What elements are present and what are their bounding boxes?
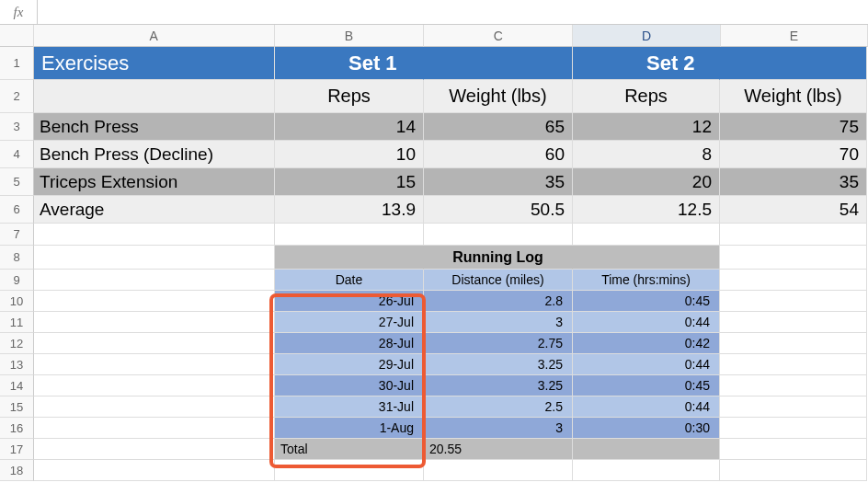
cell-d8[interactable] (573, 246, 720, 270)
cell-b17[interactable]: Total (275, 439, 424, 460)
col-header-d[interactable]: D (573, 25, 720, 47)
row-header-14[interactable]: 14 (0, 375, 34, 396)
cell-c12[interactable]: 2.75 (424, 333, 573, 354)
row-header-2[interactable]: 2 (0, 80, 34, 113)
cell-c3[interactable]: 65 (424, 113, 573, 141)
cell-a10[interactable] (34, 291, 275, 312)
cell-e11[interactable] (720, 312, 867, 333)
select-all-corner[interactable] (0, 25, 34, 47)
cell-a11[interactable] (34, 312, 275, 333)
cell-e15[interactable] (720, 396, 867, 418)
cell-c2[interactable]: Weight (lbs) (424, 80, 573, 113)
cell-a14[interactable] (34, 375, 275, 396)
row-header-18[interactable]: 18 (0, 460, 34, 481)
cell-e8[interactable] (720, 246, 867, 270)
cell-d16[interactable]: 0:30 (573, 418, 720, 439)
cell-e3[interactable]: 75 (720, 113, 867, 141)
cell-b4[interactable]: 10 (275, 141, 424, 168)
cell-c1[interactable]: Set 1 (424, 47, 573, 80)
row-header-3[interactable]: 3 (0, 113, 34, 141)
cell-a7[interactable] (34, 224, 275, 246)
cell-b15[interactable]: 31-Jul (275, 396, 424, 418)
row-header-4[interactable]: 4 (0, 141, 34, 168)
row-header-9[interactable]: 9 (0, 270, 34, 291)
cell-d15[interactable]: 0:44 (573, 396, 720, 418)
cell-d12[interactable]: 0:42 (573, 333, 720, 354)
cell-c8[interactable]: Running Log (424, 246, 573, 270)
cell-b13[interactable]: 29-Jul (275, 354, 424, 375)
cell-b9[interactable]: Date (275, 270, 424, 291)
cell-c4[interactable]: 60 (424, 141, 573, 168)
cell-a1[interactable]: Exercises (34, 47, 275, 80)
row-header-13[interactable]: 13 (0, 354, 34, 375)
cell-e10[interactable] (720, 291, 867, 312)
cell-d18[interactable] (573, 460, 720, 481)
cell-c13[interactable]: 3.25 (424, 354, 573, 375)
cell-e1[interactable]: Set 2 (720, 47, 867, 80)
cell-b14[interactable]: 30-Jul (275, 375, 424, 396)
col-header-c[interactable]: C (424, 25, 573, 47)
cell-e2[interactable]: Weight (lbs) (720, 80, 867, 113)
cell-c15[interactable]: 2.5 (424, 396, 573, 418)
cell-a3[interactable]: Bench Press (34, 113, 275, 141)
row-header-16[interactable]: 16 (0, 418, 34, 439)
cell-c5[interactable]: 35 (424, 168, 573, 196)
cell-a18[interactable] (34, 460, 275, 481)
row-header-7[interactable]: 7 (0, 224, 34, 246)
cell-c11[interactable]: 3 (424, 312, 573, 333)
col-header-b[interactable]: B (275, 25, 424, 47)
cell-e7[interactable] (720, 224, 867, 246)
row-header-12[interactable]: 12 (0, 333, 34, 354)
cell-c16[interactable]: 3 (424, 418, 573, 439)
cell-d3[interactable]: 12 (573, 113, 720, 141)
cell-a8[interactable] (34, 246, 275, 270)
cell-e17[interactable] (720, 439, 867, 460)
cell-a12[interactable] (34, 333, 275, 354)
cell-e13[interactable] (720, 354, 867, 375)
cell-b10[interactable]: 26-Jul (275, 291, 424, 312)
cell-a15[interactable] (34, 396, 275, 418)
cell-a5[interactable]: Triceps Extension (34, 168, 275, 196)
cell-d4[interactable]: 8 (573, 141, 720, 168)
cell-e18[interactable] (720, 460, 867, 481)
cell-c9[interactable]: Distance (miles) (424, 270, 573, 291)
cell-a16[interactable] (34, 418, 275, 439)
cell-c18[interactable] (424, 460, 573, 481)
col-header-a[interactable]: A (34, 25, 275, 47)
cell-d14[interactable]: 0:45 (573, 375, 720, 396)
row-header-10[interactable]: 10 (0, 291, 34, 312)
cell-b18[interactable] (275, 460, 424, 481)
cell-d10[interactable]: 0:45 (573, 291, 720, 312)
cell-e5[interactable]: 35 (720, 168, 867, 196)
cell-c14[interactable]: 3.25 (424, 375, 573, 396)
cell-b12[interactable]: 28-Jul (275, 333, 424, 354)
row-header-11[interactable]: 11 (0, 312, 34, 333)
cell-c7[interactable] (424, 224, 573, 246)
formula-input[interactable] (38, 0, 868, 24)
cell-d7[interactable] (573, 224, 720, 246)
row-header-6[interactable]: 6 (0, 196, 34, 224)
cell-b3[interactable]: 14 (275, 113, 424, 141)
cell-c6[interactable]: 50.5 (424, 196, 573, 224)
cell-b5[interactable]: 15 (275, 168, 424, 196)
cell-a17[interactable] (34, 439, 275, 460)
spreadsheet-grid[interactable]: A B C D E 1 Exercises Set 1 Set 2 2 Reps… (0, 25, 868, 481)
cell-e9[interactable] (720, 270, 867, 291)
cell-a4[interactable]: Bench Press (Decline) (34, 141, 275, 168)
cell-a13[interactable] (34, 354, 275, 375)
cell-e12[interactable] (720, 333, 867, 354)
cell-e4[interactable]: 70 (720, 141, 867, 168)
col-header-e[interactable]: E (721, 25, 868, 47)
cell-d11[interactable]: 0:44 (573, 312, 720, 333)
row-header-5[interactable]: 5 (0, 168, 34, 196)
cell-b11[interactable]: 27-Jul (275, 312, 424, 333)
fx-icon[interactable]: fx (0, 0, 38, 24)
cell-c10[interactable]: 2.8 (424, 291, 573, 312)
cell-d5[interactable]: 20 (573, 168, 720, 196)
cell-d6[interactable]: 12.5 (573, 196, 720, 224)
cell-b6[interactable]: 13.9 (275, 196, 424, 224)
cell-a9[interactable] (34, 270, 275, 291)
cell-b7[interactable] (275, 224, 424, 246)
row-header-15[interactable]: 15 (0, 396, 34, 418)
cell-b16[interactable]: 1-Aug (275, 418, 424, 439)
